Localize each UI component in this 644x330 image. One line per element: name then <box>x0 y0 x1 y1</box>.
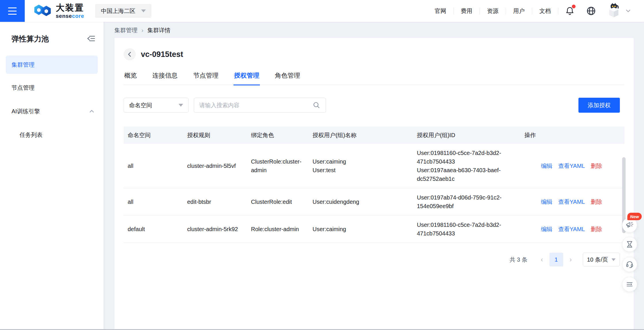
cell-actions: 编辑 查看YAML 删除 <box>524 188 624 215</box>
pagination: 共 3 条 ‹ 1 › 10 条/页 <box>124 253 620 266</box>
table-row: default cluster-admin-5rk92 Role:cluster… <box>124 216 624 243</box>
authorization-table: 命名空间 授权规则 绑定角色 授权用户(组)名称 授权用户(组)ID 操作 al… <box>124 126 624 243</box>
history-hourglass-button[interactable] <box>622 237 637 252</box>
notification-bell-icon[interactable] <box>565 6 575 16</box>
column-header-role: 绑定角色 <box>251 126 313 144</box>
expand-panel-button[interactable] <box>622 277 637 292</box>
breadcrumb-separator: › <box>137 27 147 34</box>
cell-role: ClusterRole:cluster-admin <box>251 144 313 188</box>
cell-namespace: all <box>124 188 187 215</box>
user-avatar-menu[interactable] <box>606 3 631 19</box>
search-input[interactable] <box>199 102 313 109</box>
cell-namespace: default <box>124 216 187 243</box>
notification-dot <box>572 5 576 8</box>
region-selector[interactable]: 中国上海二区 <box>95 4 152 18</box>
table-row: all cluster-admin-5l5vf ClusterRole:clus… <box>124 144 624 188</box>
back-button[interactable] <box>124 48 136 60</box>
edit-link[interactable]: 编辑 <box>541 197 553 206</box>
chevron-down-icon <box>179 104 183 107</box>
breadcrumb-cluster-detail: 集群详情 <box>147 26 170 34</box>
tab-overview[interactable]: 概览 <box>124 71 137 85</box>
brand-logo: 大装置 sensecore <box>33 2 84 20</box>
view-yaml-link[interactable]: 查看YAML <box>558 197 585 206</box>
namespace-filter-select[interactable]: 命名空间 <box>124 98 189 113</box>
tab-node-management[interactable]: 节点管理 <box>193 71 219 85</box>
column-header-actions: 操作 <box>524 126 624 144</box>
pagination-prev-button[interactable]: ‹ <box>536 253 548 266</box>
add-authorization-button[interactable]: 添加授权 <box>578 98 620 113</box>
sidebar-title: 弹性算力池 <box>12 34 49 44</box>
delete-link[interactable]: 删除 <box>591 225 602 233</box>
cell-role: ClusterRole:edit <box>251 188 313 215</box>
breadcrumb-cluster-management[interactable]: 集群管理 <box>114 26 137 34</box>
sidebar-collapse-icon[interactable] <box>87 34 95 44</box>
hamburger-menu-button[interactable] <box>0 0 25 22</box>
cell-role: Role:cluster-admin <box>251 216 313 243</box>
chevron-down-icon <box>625 8 631 14</box>
brand-subtitle: sensecore <box>56 13 84 19</box>
search-box <box>194 98 326 113</box>
column-header-rule: 授权规则 <box>187 126 251 144</box>
cell-user-names: User:cuidengdeng <box>313 188 417 215</box>
view-yaml-link[interactable]: 查看YAML <box>558 225 585 233</box>
cell-user-ids: User:0197ab74-d06d-759c-91c2-154e059ee9b… <box>417 188 524 215</box>
support-headset-button[interactable] <box>622 257 637 272</box>
cell-user-names: User:caiming User:test <box>313 144 417 188</box>
page-size-select[interactable]: 10 条/页 <box>583 253 620 266</box>
edit-link[interactable]: 编辑 <box>541 162 553 170</box>
chevron-up-icon <box>89 108 95 114</box>
tab-role-management[interactable]: 角色管理 <box>274 71 301 85</box>
tab-bar: 概览 连接信息 节点管理 授权管理 角色管理 <box>124 71 624 85</box>
page-title: vc-0915test <box>141 50 183 59</box>
column-header-namespace: 命名空间 <box>124 126 187 144</box>
column-header-user-names: 授权用户(组)名称 <box>313 126 417 144</box>
pagination-total: 共 3 条 <box>509 256 527 264</box>
avatar <box>606 3 622 19</box>
brand-name: 大装置 <box>56 3 84 12</box>
nav-item-billing[interactable]: 费用 <box>454 7 480 15</box>
sidebar-item-task-list[interactable]: 任务列表 <box>0 126 103 144</box>
region-selector-value: 中国上海二区 <box>101 7 135 15</box>
sidebar: 弹性算力池 集群管理 节点管理 AI训练引擎 任务列表 <box>0 22 103 330</box>
pagination-next-button[interactable]: › <box>565 253 576 266</box>
cluster-detail-card: vc-0915test 概览 连接信息 节点管理 授权管理 角色管理 命名空间 … <box>114 38 634 330</box>
delete-link[interactable]: 删除 <box>591 197 602 206</box>
view-yaml-link[interactable]: 查看YAML <box>558 162 585 170</box>
language-globe-icon[interactable] <box>586 6 596 16</box>
cell-user-ids: User:01981160-c5ce-7a2d-b3d2-471cb750443… <box>417 216 524 243</box>
divider <box>558 7 558 14</box>
header-nav: 官网 费用 资源 用户 文档 <box>428 3 644 19</box>
namespace-filter-value: 命名空间 <box>129 101 152 109</box>
table-row: all edit-btsbr ClusterRole:edit User:cui… <box>124 188 624 216</box>
tab-authorization-management[interactable]: 授权管理 <box>233 71 260 85</box>
nav-item-users[interactable]: 用户 <box>506 7 532 15</box>
nav-item-docs[interactable]: 文档 <box>532 7 558 15</box>
top-header: 大装置 sensecore 中国上海二区 官网 费用 资源 用户 文档 <box>0 0 644 22</box>
cell-rule: cluster-admin-5rk92 <box>187 216 251 243</box>
table-header-row: 命名空间 授权规则 绑定角色 授权用户(组)名称 授权用户(组)ID 操作 <box>124 126 624 144</box>
breadcrumb: 集群管理 › 集群详情 <box>114 26 170 34</box>
sidebar-item-cluster-management[interactable]: 集群管理 <box>6 55 98 74</box>
cell-actions: 编辑 查看YAML 删除 <box>524 144 624 188</box>
cell-user-ids: User:01981160-c5ce-7a2d-b3d2-471cb750443… <box>417 144 524 188</box>
delete-link[interactable]: 删除 <box>591 162 602 170</box>
sidebar-group-ai-training[interactable]: AI训练引擎 <box>0 102 103 120</box>
nav-item-resources[interactable]: 资源 <box>480 7 506 15</box>
sensecore-logo-icon <box>33 2 52 20</box>
cell-rule: edit-btsbr <box>187 188 251 215</box>
page-size-value: 10 条/页 <box>587 256 608 264</box>
pagination-page-1[interactable]: 1 <box>549 253 563 266</box>
edit-link[interactable]: 编辑 <box>541 225 553 233</box>
cell-rule: cluster-admin-5l5vf <box>187 144 251 188</box>
cell-namespace: all <box>124 144 187 188</box>
sidebar-item-node-management[interactable]: 节点管理 <box>0 78 103 97</box>
chevron-down-icon <box>141 9 146 12</box>
new-badge: New <box>627 213 642 220</box>
chevron-down-icon <box>612 258 616 261</box>
column-header-user-ids: 授权用户(组)ID <box>417 126 524 144</box>
cell-user-names: User:caiming <box>313 216 417 243</box>
nav-item-official-site[interactable]: 官网 <box>428 7 453 15</box>
cell-actions: 编辑 查看YAML 删除 <box>524 216 624 243</box>
tab-connection-info[interactable]: 连接信息 <box>152 71 178 85</box>
search-icon[interactable] <box>313 101 321 109</box>
